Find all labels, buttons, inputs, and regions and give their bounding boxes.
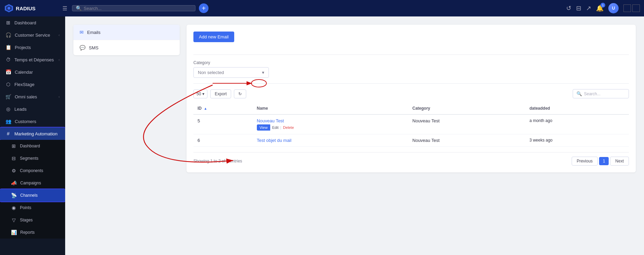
row-1-edit-button[interactable]: Edit: [270, 125, 280, 130]
sidebar-item-ma-points[interactable]: ◉ Points: [0, 202, 65, 214]
cell-date-1: a month ago: [525, 114, 629, 134]
category-dropdown[interactable]: Non selected ▾: [193, 67, 269, 78]
sidebar-item-customers[interactable]: 👥 Customers: [0, 115, 65, 127]
previous-button[interactable]: Previous: [572, 157, 598, 166]
projects-icon: 📋: [5, 45, 11, 50]
sidebar-item-ma-stages[interactable]: ▽ Stages: [0, 214, 65, 226]
cell-category-2: Nouveau Test: [408, 134, 525, 147]
showing-text: Showing 1 to 2 of 2 entries: [193, 159, 242, 163]
grid-icon[interactable]: ⊟: [576, 4, 581, 12]
table-search-input[interactable]: [584, 92, 625, 96]
emails-table: ID ▲ Name Category dateadded: [193, 102, 629, 147]
add-button[interactable]: +: [199, 3, 208, 13]
sidebar-item-ma-campaigns[interactable]: 📣 Campaigns: [0, 177, 65, 189]
sidebar-item-temps-depenses[interactable]: ⏱ Temps et Dépenses ‹: [0, 53, 65, 66]
notification-badge: 1: [600, 3, 605, 8]
sidebar-item-ma-components[interactable]: ⚙ Components: [0, 165, 65, 177]
cell-name-1: Nouveau Test View Edit | Delete: [253, 114, 408, 134]
cell-category-1: Nouveau Test: [408, 114, 525, 134]
sidebar-item-marketing-automation[interactable]: # Marketing Automation: [0, 127, 65, 140]
customers-icon: 👥: [5, 119, 11, 124]
menu-icon[interactable]: ☰: [62, 5, 67, 12]
table-search-icon: 🔍: [576, 91, 582, 96]
sidebar-item-ma-channels[interactable]: 📡 Channels: [0, 189, 65, 202]
dashboard-icon: ⊞: [5, 20, 11, 25]
sidebar-item-ma-reports[interactable]: 📊 Reports: [0, 226, 65, 239]
table-row: 5 Nouveau Test View Edit | Delete: [193, 114, 629, 134]
add-new-email-button[interactable]: Add new Email: [193, 32, 234, 42]
row-1-view-button[interactable]: View: [257, 124, 271, 131]
ma-segments-icon: ⊟: [11, 156, 16, 161]
row-2-name-link[interactable]: Test objet du mail: [257, 138, 291, 143]
row-1-actions: View Edit | Delete: [257, 124, 404, 131]
sidebar-item-projects[interactable]: 📋 Projects: [0, 41, 65, 53]
row-1-delete-button[interactable]: Delete: [281, 125, 296, 130]
sidebar-item-ma-dashboard[interactable]: ⊞ Dashboard: [0, 140, 65, 152]
avatar[interactable]: U: [608, 3, 619, 13]
col-name[interactable]: Name: [253, 102, 408, 114]
sidebar-subitems: ⊞ Dashboard ⊟ Segments ⚙ Components 📣 Ca…: [0, 140, 65, 239]
email-channel-label: Emails: [87, 30, 100, 35]
sidebar: ⊞ Dashboard 🎧 Customer Service ‹ 📋 Proje…: [0, 16, 65, 255]
export-button[interactable]: Export: [210, 89, 231, 98]
search-icon: 🔍: [76, 5, 82, 11]
sidebar-item-flexstage[interactable]: ⬡ FlexStage: [0, 78, 65, 90]
divider-2: [193, 83, 629, 84]
ma-stages-icon: ▽: [11, 217, 16, 223]
cell-id-1: 5: [193, 114, 253, 134]
customer-service-icon: 🎧: [5, 32, 11, 38]
cell-name-2: Test objet du mail: [253, 134, 408, 147]
col-dateadded[interactable]: dateadded: [525, 102, 629, 114]
search-bar[interactable]: 🔍: [72, 5, 195, 11]
share-icon[interactable]: ↗: [586, 4, 591, 12]
sidebar-item-calendar[interactable]: 📅 Calendar: [0, 66, 65, 78]
chevron-down-icon-2: ▾: [202, 92, 204, 96]
refresh-button[interactable]: ↻: [234, 89, 246, 98]
leads-icon: ◎: [5, 106, 11, 112]
col-id[interactable]: ID ▲: [193, 102, 253, 114]
table-footer: Showing 1 to 2 of 2 entries Previous 1 N…: [193, 152, 629, 166]
category-label: Category: [193, 60, 629, 65]
page-1-button[interactable]: 1: [599, 157, 609, 165]
ma-channels-icon: 📡: [11, 193, 17, 198]
sidebar-item-leads[interactable]: ◎ Leads: [0, 103, 65, 115]
topnav-right: ↺ ⊟ ↗ 🔔 1 U: [566, 3, 640, 13]
minimize-button[interactable]: [623, 4, 631, 12]
col-category[interactable]: Category: [408, 102, 525, 114]
table-header: ID ▲ Name Category dateadded: [193, 102, 629, 114]
channel-emails[interactable]: ✉ Emails: [73, 25, 180, 40]
window-buttons: [623, 4, 640, 12]
per-page-select[interactable]: 50 ▾: [193, 89, 207, 98]
cell-id-2: 6: [193, 134, 253, 147]
sidebar-item-dashboard[interactable]: ⊞ Dashboard: [0, 16, 65, 29]
history-icon[interactable]: ↺: [566, 4, 571, 12]
sidebar-item-omni-sales[interactable]: 🛒 Omni sales ‹: [0, 90, 65, 103]
ma-reports-icon: 📊: [11, 230, 17, 235]
notification-icon[interactable]: 🔔 1: [596, 4, 604, 12]
calendar-icon: 📅: [5, 69, 11, 75]
maximize-button[interactable]: [632, 4, 640, 12]
cell-date-2: 3 weeks ago: [525, 134, 629, 147]
marketing-automation-icon: #: [5, 131, 11, 136]
ma-dashboard-icon: ⊞: [11, 143, 16, 149]
temps-icon: ⏱: [5, 57, 11, 62]
flexstage-icon: ⬡: [5, 82, 11, 87]
sort-icon: ▲: [204, 107, 207, 110]
category-filter: Category Non selected ▾: [193, 60, 629, 78]
app-logo[interactable]: RADIUS: [4, 3, 59, 13]
main-layout: ⊞ Dashboard 🎧 Customer Service ‹ 📋 Proje…: [0, 16, 644, 255]
sidebar-item-customer-service[interactable]: 🎧 Customer Service ‹: [0, 29, 65, 41]
sms-channel-label: SMS: [89, 45, 98, 50]
channel-sms[interactable]: 💬 SMS: [73, 40, 180, 55]
sms-channel-icon: 💬: [80, 45, 85, 50]
ma-points-icon: ◉: [11, 205, 16, 210]
topnav: RADIUS ☰ 🔍 + ↺ ⊟ ↗ 🔔 1 U: [0, 0, 644, 16]
channel-card: ✉ Emails 💬 SMS: [73, 25, 180, 55]
row-1-name-link[interactable]: Nouveau Test: [257, 118, 284, 123]
table-search[interactable]: 🔍: [573, 89, 629, 98]
chevron-icon: ‹: [59, 33, 60, 37]
sidebar-item-ma-segments[interactable]: ⊟ Segments: [0, 152, 65, 165]
next-button[interactable]: Next: [610, 157, 629, 166]
email-content-panel: Add new Email Category Non selected ▾ 50…: [187, 25, 636, 172]
search-input[interactable]: [84, 6, 192, 11]
